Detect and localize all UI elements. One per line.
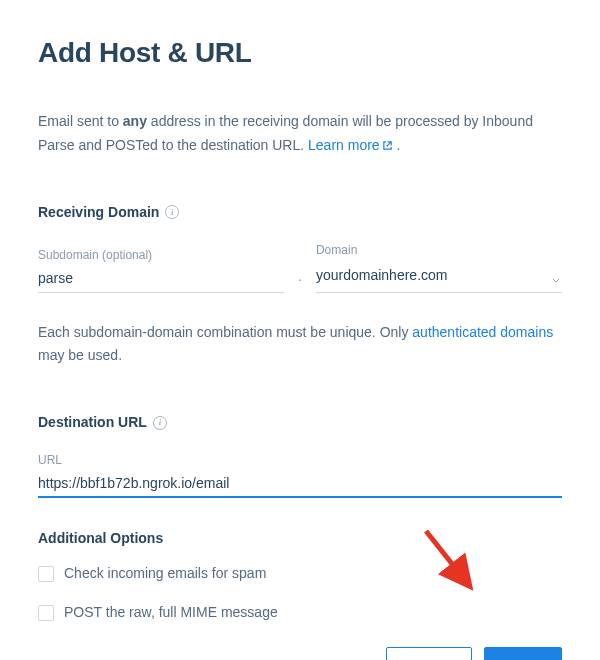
domain-label: Domain bbox=[316, 241, 562, 259]
external-link-icon bbox=[382, 140, 393, 151]
learn-more-link[interactable]: Learn more bbox=[308, 137, 393, 153]
spam-check-checkbox[interactable] bbox=[38, 566, 54, 582]
url-label: URL bbox=[38, 451, 562, 469]
destination-url-label: Destination URL i bbox=[38, 412, 562, 433]
intro-text: Email sent to any address in the receivi… bbox=[38, 110, 562, 158]
receiving-domain-label: Receiving Domain i bbox=[38, 202, 562, 223]
url-input[interactable] bbox=[38, 471, 562, 498]
add-button[interactable]: Add bbox=[484, 647, 562, 660]
spam-check-label[interactable]: Check incoming emails for spam bbox=[64, 563, 266, 584]
page-title: Add Host & URL bbox=[38, 32, 562, 74]
info-icon[interactable]: i bbox=[165, 205, 179, 219]
info-icon[interactable]: i bbox=[153, 416, 167, 430]
authenticated-domains-link[interactable]: authenticated domains bbox=[412, 324, 553, 340]
additional-options-label: Additional Options bbox=[38, 528, 562, 549]
subdomain-input[interactable] bbox=[38, 266, 284, 293]
post-raw-checkbox[interactable] bbox=[38, 605, 54, 621]
domain-separator: . bbox=[296, 266, 304, 293]
post-raw-label[interactable]: POST the raw, full MIME message bbox=[64, 602, 278, 623]
cancel-button[interactable]: Cancel bbox=[386, 647, 472, 660]
receiving-domain-helper: Each subdomain-domain combination must b… bbox=[38, 321, 562, 369]
domain-select[interactable]: yourdomainhere.com bbox=[316, 261, 562, 293]
subdomain-label: Subdomain (optional) bbox=[38, 246, 284, 264]
